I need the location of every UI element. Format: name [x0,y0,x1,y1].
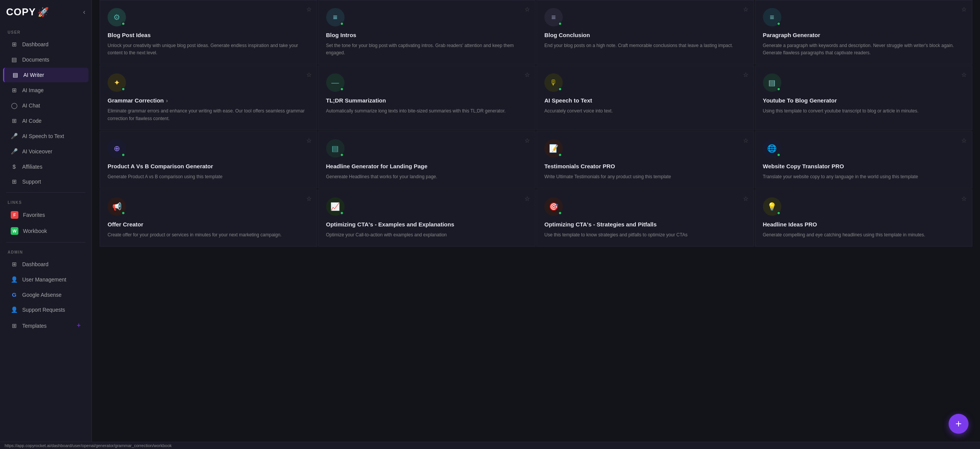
card-desc-blog-intros: Set the tone for your blog post with cap… [326,42,528,57]
sidebar-item-ai-code[interactable]: ⊞ AI Code [3,114,88,128]
sidebar-item-label: Templates [22,323,47,329]
sidebar-collapse-button[interactable]: ‹ [83,8,85,16]
card-icon-wrap-website-copy-translator: 🌐 [763,139,781,158]
sidebar-item-google-adsense[interactable]: G Google Adsense [3,288,88,302]
sidebar-item-ai-speech[interactable]: 🎤 AI Speech to Text [3,129,88,143]
card-star-offer-creator[interactable]: ☆ [306,195,312,202]
sidebar-item-user-management[interactable]: 👤 User Management [3,272,88,287]
card-icon-ai-speech-to-text: 🎙 [550,78,557,87]
card-icon-blog-conclusion: ≡ [551,13,556,22]
sidebar-item-documents[interactable]: ▤ Documents [3,52,88,67]
sidebar-item-templates[interactable]: ⊞ Templates + [3,318,88,333]
card-optimizing-ctas-examples[interactable]: ☆ 📈 Optimizing CTA's - Examples and Expl… [318,189,536,247]
card-star-optimizing-ctas-strategies[interactable]: ☆ [743,195,748,202]
card-dot-blog-conclusion [558,22,562,26]
sidebar-item-label: Affiliates [22,164,42,170]
card-dot-ai-speech-to-text [558,87,562,91]
sidebar-item-label: Support Requests [22,307,65,313]
card-star-tldr-summarization[interactable]: ☆ [524,71,530,78]
templates-icon: ⊞ [11,322,18,329]
card-dot-optimizing-ctas-strategies [558,211,562,215]
card-testimonials-creator[interactable]: ☆ 📝 Testimonials Creator PRO Write Ultim… [536,131,754,189]
card-icon-wrap-testimonials-creator: 📝 [544,139,563,158]
logo-area: COPY 🚀 ‹ [0,6,91,26]
affiliates-icon: $ [11,163,18,170]
card-star-blog-conclusion[interactable]: ☆ [743,6,748,13]
sidebar-item-label: Workbook [23,228,47,234]
sidebar-item-workbook[interactable]: W Workbook [3,223,88,239]
card-optimizing-ctas-strategies[interactable]: ☆ 🎯 Optimizing CTA's - Strategies and Pi… [536,189,754,247]
card-star-headline-ideas-pro[interactable]: ☆ [961,195,967,202]
sidebar-item-dashboard[interactable]: ⊞ Dashboard [3,37,88,52]
fab-button[interactable]: + [949,414,969,434]
card-desc-blog-post-ideas: Unlock your creativity with unique blog … [108,42,309,57]
card-icon-wrap-optimizing-ctas-strategies: 🎯 [544,197,563,216]
url-bar: https://app.copyrocket.ai/dashboard/user… [0,442,980,449]
documents-icon: ▤ [11,56,18,63]
admin-section-label: ADMIN [0,246,91,257]
card-dot-headline-landing [340,153,344,157]
card-icon-wrap-offer-creator: 📢 [108,197,126,216]
card-blog-conclusion[interactable]: ☆ ≡ Blog Conclusion End your blog posts … [536,0,754,65]
sidebar-item-support[interactable]: ⊞ Support [3,174,88,189]
sidebar-item-admin-dashboard[interactable]: ⊞ Dashboard [3,257,88,272]
card-offer-creator[interactable]: ☆ 📢 Offer Creator Create offer for your … [100,189,317,247]
card-star-product-ab-comparison[interactable]: ☆ [306,137,312,144]
sidebar-item-label: AI Image [22,87,44,93]
card-icon-wrap-blog-conclusion: ≡ [544,8,563,26]
card-star-optimizing-ctas-examples[interactable]: ☆ [524,195,530,202]
sidebar-item-label: AI Voiceover [22,148,52,155]
sidebar-item-ai-writer[interactable]: ▤ AI Writer [3,68,88,82]
card-product-ab-comparison[interactable]: ☆ ⊕ Product A Vs B Comparison Generator … [100,131,317,189]
card-paragraph-generator[interactable]: ☆ ≡ Paragraph Generator Generate a parag… [755,0,973,65]
card-website-copy-translator[interactable]: ☆ 🌐 Website Copy Translator PRO Translat… [755,131,973,189]
sidebar-item-ai-voiceover[interactable]: 🎤 AI Voiceover [3,144,88,159]
dashboard-icon: ⊞ [11,41,18,48]
card-icon-paragraph-generator: ≡ [770,13,774,22]
sidebar-item-ai-chat[interactable]: ◯ AI Chat [3,98,88,113]
card-desc-grammar-correction: Eliminate grammar errors and enhance you… [108,107,309,122]
card-star-paragraph-generator[interactable]: ☆ [961,6,967,13]
card-star-ai-speech-to-text[interactable]: ☆ [743,71,748,78]
sidebar-item-affiliates[interactable]: $ Affiliates [3,159,88,174]
card-ai-speech-to-text[interactable]: ☆ 🎙 AI Speech to Text Accurately convert… [536,65,754,130]
sidebar-item-label: Dashboard [22,41,49,47]
card-tldr-summarization[interactable]: ☆ — TL;DR Summarization Automatically su… [318,65,536,130]
card-headline-landing[interactable]: ☆ ▤ Headline Generator for Landing Page … [318,131,536,189]
card-icon-blog-post-ideas: ⚙ [113,13,120,22]
support-requests-icon: 👤 [11,306,18,313]
card-icon-offer-creator: 📢 [112,202,122,211]
google-adsense-icon: G [11,291,18,298]
card-desc-ai-speech-to-text: Accurately convert voice into text. [544,107,746,115]
card-dot-blog-intros [340,22,344,26]
sidebar-item-ai-image[interactable]: ⊞ AI Image [3,83,88,98]
favorites-badge: F [11,211,18,219]
card-title-blog-intros: Blog Intros [326,32,528,38]
card-blog-post-ideas[interactable]: ☆ ⚙ Blog Post Ideas Unlock your creativi… [100,0,317,65]
card-headline-ideas-pro[interactable]: ☆ 💡 Headline Ideas PRO Generate compelli… [755,189,973,247]
sidebar-item-support-requests[interactable]: 👤 Support Requests [3,303,88,317]
card-star-testimonials-creator[interactable]: ☆ [743,137,748,144]
card-icon-wrap-youtube-to-blog: ▤ [763,73,781,92]
card-star-youtube-to-blog[interactable]: ☆ [961,71,967,78]
card-star-website-copy-translator[interactable]: ☆ [961,137,967,144]
card-star-blog-intros[interactable]: ☆ [524,6,530,13]
sidebar-item-favorites[interactable]: F Favorites [3,207,88,223]
card-star-grammar-correction[interactable]: ☆ [306,71,312,78]
card-star-blog-post-ideas[interactable]: ☆ [306,6,312,13]
card-dot-youtube-to-blog [777,87,781,91]
card-dot-paragraph-generator [777,22,781,26]
card-dot-headline-ideas-pro [777,211,781,215]
card-title-offer-creator: Offer Creator [108,221,309,228]
card-icon-optimizing-ctas-strategies: 🎯 [549,202,559,211]
card-star-headline-landing[interactable]: ☆ [524,137,530,144]
card-youtube-to-blog[interactable]: ☆ ▤ Youtube To Blog Generator Using this… [755,65,973,130]
ai-code-icon: ⊞ [11,117,18,124]
sidebar-item-label: Dashboard [22,261,49,267]
card-blog-intros[interactable]: ☆ ≡ Blog Intros Set the tone for your bl… [318,0,536,65]
sidebar-item-label: User Management [22,277,66,283]
card-grammar-correction[interactable]: ☆ ✦ Grammar Correction › Eliminate gramm… [100,65,317,130]
ai-image-icon: ⊞ [11,87,18,94]
card-title-testimonials-creator: Testimonials Creator PRO [544,163,746,169]
ai-writer-icon: ▤ [12,72,19,78]
